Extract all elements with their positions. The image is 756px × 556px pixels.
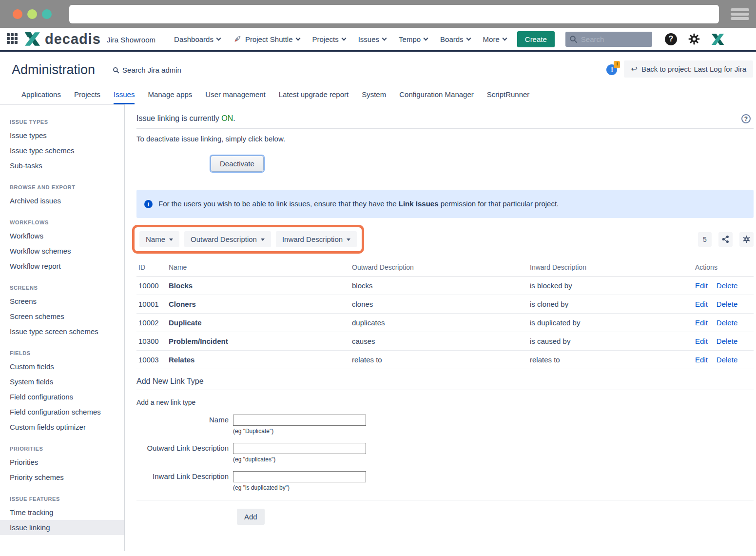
sidebar-item-issue-linking[interactable]: Issue linking xyxy=(0,520,124,535)
sidebar-section-priorities: PRIORITIES xyxy=(0,435,124,455)
nav-boards[interactable]: Boards xyxy=(440,35,470,43)
sidebar-section-browse-export: BROWSE AND EXPORT xyxy=(0,173,124,193)
sidebar-item-field-configuration-schemes[interactable]: Field configuration schemes xyxy=(0,404,124,419)
table-row: 10001 Cloners clones is cloned by EditDe… xyxy=(136,295,754,314)
delete-link[interactable]: Delete xyxy=(717,281,737,290)
delete-link[interactable]: Delete xyxy=(717,356,737,364)
help-icon[interactable]: ? xyxy=(665,33,677,45)
table-settings-button[interactable] xyxy=(739,232,754,247)
tab-projects[interactable]: Projects xyxy=(74,90,100,104)
deactivate-button[interactable]: Deactivate xyxy=(211,156,264,172)
window-controls xyxy=(13,9,52,19)
filter-inward-description-dropdown[interactable]: Inward Description xyxy=(276,231,357,247)
edit-link[interactable]: Edit xyxy=(695,281,708,290)
edit-link[interactable]: Edit xyxy=(695,337,708,345)
browser-menu-icon[interactable] xyxy=(731,7,749,21)
outward-description-field-hint: (eg "duplicates") xyxy=(233,456,366,463)
delete-link[interactable]: Delete xyxy=(717,300,737,308)
sidebar-item-custom-fields-optimizer[interactable]: Custom fields optimizer xyxy=(0,419,124,435)
sidebar-item-workflow-schemes[interactable]: Workflow schemes xyxy=(0,243,124,258)
app-navbar: decadis Jira Showroom Dashboards Project… xyxy=(0,28,756,52)
sidebar-item-issue-types[interactable]: Issue types xyxy=(0,128,124,143)
filter-outward-description-dropdown[interactable]: Outward Description xyxy=(184,231,271,247)
share-button[interactable] xyxy=(718,232,733,247)
link-types-table: ID Name Outward Description Inward Descr… xyxy=(136,260,754,369)
edit-link[interactable]: Edit xyxy=(695,318,708,327)
nav-tempo[interactable]: Tempo xyxy=(399,35,427,43)
info-banner: i For the users you wish to be able to l… xyxy=(136,190,754,218)
edit-link[interactable]: Edit xyxy=(695,300,708,308)
sidebar-section-fields: FIELDS xyxy=(0,339,124,359)
tab-user-management[interactable]: User management xyxy=(205,90,265,104)
tab-configuration-manager[interactable]: Configuration Manager xyxy=(399,90,474,104)
primary-nav: Dashboards Project Shuttle Projects Issu… xyxy=(174,35,506,43)
filter-name-dropdown[interactable]: Name xyxy=(139,231,179,247)
tab-latest-upgrade-report[interactable]: Latest upgrade report xyxy=(279,90,349,104)
admin-search[interactable]: Search Jira admin xyxy=(113,66,181,74)
admin-header: Administration Search Jira admin ! ! ↩ B… xyxy=(0,52,756,104)
add-form-legend: Add a new link type xyxy=(136,398,754,406)
add-new-link-type-title: Add New Link Type xyxy=(136,377,754,390)
table-tools: 5 xyxy=(698,232,754,247)
tab-system[interactable]: System xyxy=(362,90,386,104)
navbar-right: ? xyxy=(665,33,725,45)
outward-description-field[interactable] xyxy=(233,443,366,454)
header-name: Name xyxy=(167,260,350,277)
apps-grid-icon[interactable] xyxy=(7,33,19,45)
sidebar-item-screens[interactable]: Screens xyxy=(0,294,124,309)
url-bar[interactable] xyxy=(69,5,719,23)
add-button[interactable]: Add xyxy=(237,509,265,525)
header-outward: Outward Description xyxy=(350,260,528,277)
delete-link[interactable]: Delete xyxy=(717,337,737,345)
tab-applications[interactable]: Applications xyxy=(21,90,61,104)
help-circle-icon[interactable]: ? xyxy=(741,114,751,123)
minimize-window-icon[interactable] xyxy=(27,9,37,19)
sidebar-item-sub-tasks[interactable]: Sub-tasks xyxy=(0,158,124,173)
nav-more[interactable]: More xyxy=(483,35,506,43)
workspace-name: Jira Showroom xyxy=(107,36,155,44)
close-window-icon[interactable] xyxy=(13,9,22,19)
nav-dashboards[interactable]: Dashboards xyxy=(174,35,220,43)
caret-down-icon xyxy=(169,238,173,241)
search-input[interactable] xyxy=(565,32,652,47)
decadis-app-icon[interactable] xyxy=(711,33,725,45)
tab-scriptrunner[interactable]: ScriptRunner xyxy=(487,90,530,104)
sidebar-item-workflow-report[interactable]: Workflow report xyxy=(0,258,124,274)
notification-icon[interactable]: ! ! xyxy=(606,63,618,75)
sidebar-item-time-tracking[interactable]: Time tracking xyxy=(0,505,124,520)
sidebar-item-screen-schemes[interactable]: Screen schemes xyxy=(0,309,124,324)
back-to-project-button[interactable]: ↩ Back to project: Last Log for Jira xyxy=(624,60,753,78)
edit-link[interactable]: Edit xyxy=(695,356,708,364)
inward-description-field-hint: (eg "is duplicated by") xyxy=(233,484,366,491)
sidebar-item-system-fields[interactable]: System fields xyxy=(0,374,124,389)
sidebar-item-workflows[interactable]: Workflows xyxy=(0,228,124,243)
delete-link[interactable]: Delete xyxy=(717,318,737,327)
sidebar-item-issue-type-screen-schemes[interactable]: Issue type screen schemes xyxy=(0,324,124,339)
nav-issues[interactable]: Issues xyxy=(358,35,386,43)
nav-project-shuttle[interactable]: Project Shuttle xyxy=(233,35,300,43)
page-size-button[interactable]: 5 xyxy=(698,232,712,247)
chevron-down-icon xyxy=(382,36,387,40)
maximize-window-icon[interactable] xyxy=(42,9,52,19)
gear-icon[interactable] xyxy=(688,33,700,45)
create-button[interactable]: Create xyxy=(517,31,555,47)
tab-issues[interactable]: Issues xyxy=(114,90,135,104)
decadis-logo[interactable]: decadis xyxy=(24,31,101,47)
sidebar-item-priorities[interactable]: Priorities xyxy=(0,455,124,470)
tab-manage-apps[interactable]: Manage apps xyxy=(148,90,192,104)
header-id: ID xyxy=(136,260,167,277)
chevron-down-icon xyxy=(295,36,300,40)
inward-description-field[interactable] xyxy=(233,471,366,482)
info-banner-text: For the users you wish to be able to lin… xyxy=(158,199,559,208)
name-field[interactable] xyxy=(233,415,366,426)
sidebar-item-priority-schemes[interactable]: Priority schemes xyxy=(0,470,124,485)
sidebar-item-issue-type-schemes[interactable]: Issue type schemes xyxy=(0,143,124,158)
sidebar-item-field-configurations[interactable]: Field configurations xyxy=(0,389,124,404)
gear-icon xyxy=(742,235,751,243)
sidebar-item-archived-issues[interactable]: Archived issues xyxy=(0,193,124,208)
chevron-down-icon xyxy=(502,36,507,40)
chevron-down-icon xyxy=(424,36,428,40)
table-row: 10000 Blocks blocks is blocked by EditDe… xyxy=(136,277,754,295)
nav-projects[interactable]: Projects xyxy=(312,35,346,43)
sidebar-item-custom-fields[interactable]: Custom fields xyxy=(0,359,124,374)
